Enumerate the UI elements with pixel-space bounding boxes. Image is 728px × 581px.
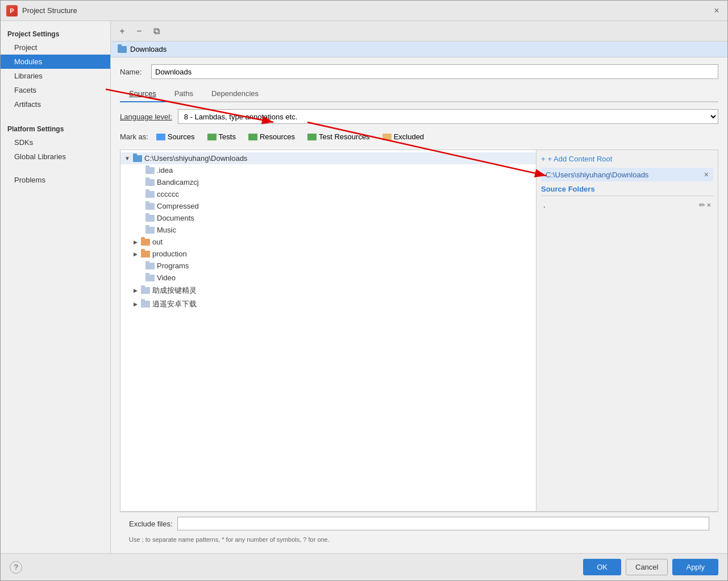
remove-source-folder-button[interactable]: × xyxy=(706,201,711,209)
tree-folder-icon xyxy=(141,287,150,294)
tree-item-label: 助成按键精灵 xyxy=(152,285,197,296)
tree-item[interactable]: Video xyxy=(120,272,536,284)
sidebar-item-global-libraries[interactable]: Global Libraries xyxy=(1,150,110,164)
help-button[interactable]: ? xyxy=(10,561,22,574)
tabs-row: Sources Paths Dependencies xyxy=(120,86,718,102)
mark-as-row: Mark as: Sources Tests Resources xyxy=(120,131,718,143)
content-root-close-button[interactable]: × xyxy=(704,170,709,179)
mark-tests-button[interactable]: Tests xyxy=(203,131,240,143)
exclude-row: Exclude files: xyxy=(120,512,718,535)
tree-folder-icon xyxy=(145,215,155,222)
mark-excluded-label: Excluded xyxy=(394,132,424,141)
add-content-root-button[interactable]: + + Add Content Root xyxy=(541,155,713,163)
sidebar-item-modules[interactable]: Modules xyxy=(1,55,110,69)
tree-item[interactable]: Music xyxy=(120,224,536,236)
mark-resources-label: Resources xyxy=(260,132,295,141)
exclude-hint: Use ; to separate name patterns, * for a… xyxy=(120,535,718,546)
sidebar-item-artifacts[interactable]: Artifacts xyxy=(1,97,110,111)
tree-item[interactable]: Compressed xyxy=(120,200,536,212)
sidebar-item-sdks[interactable]: SDKs xyxy=(1,135,110,150)
exclude-input[interactable] xyxy=(177,517,709,530)
tree-toggle-empty xyxy=(136,167,143,174)
tree-item[interactable]: Bandicamzcj xyxy=(120,176,536,188)
tree-toggle[interactable]: ▶ xyxy=(132,239,139,246)
name-label: Name: xyxy=(120,68,145,76)
content-root-path: C:\Users\shiyuhang\Downloads xyxy=(546,171,648,179)
add-content-root-label: + Add Content Root xyxy=(548,155,613,163)
info-panel: + + Add Content Root C:\Users\shiyuhang\… xyxy=(536,150,718,512)
tree-root-item[interactable]: ▼ C:\Users\shiyuhang\Downloads xyxy=(120,152,536,164)
sidebar-item-project[interactable]: Project xyxy=(1,40,110,55)
cancel-button[interactable]: Cancel xyxy=(626,559,668,575)
name-input[interactable] xyxy=(151,64,718,79)
tree-item[interactable]: .idea xyxy=(120,164,536,176)
project-settings-section: Project Settings xyxy=(1,26,110,40)
tree-folder-icon xyxy=(145,203,155,210)
tree-item-label: Programs xyxy=(157,262,189,270)
tree-toggle[interactable]: ▶ xyxy=(132,301,139,308)
tree-folder-icon xyxy=(141,301,150,308)
remove-module-button[interactable]: − xyxy=(132,24,146,38)
language-level-select[interactable]: 8 - Lambdas, type annotations etc. xyxy=(178,109,718,124)
sources-mark-icon xyxy=(156,134,165,140)
tree-item[interactable]: ▶ production xyxy=(120,248,536,260)
test-resources-mark-icon xyxy=(307,134,317,140)
tree-toggle-empty xyxy=(136,191,143,198)
module-list: Downloads xyxy=(111,42,727,57)
tree-item-label: production xyxy=(152,250,187,258)
tree-root-folder-icon xyxy=(133,155,142,162)
titlebar-title: Project Structure xyxy=(22,6,77,15)
titlebar-left: P Project Structure xyxy=(6,5,77,16)
tab-sources-label: Sources xyxy=(129,89,156,98)
right-panel: + − ⧉ Downloads Name: xyxy=(111,21,727,553)
tree-toggle[interactable]: ▶ xyxy=(132,287,139,294)
close-button[interactable]: × xyxy=(712,6,722,16)
tree-item[interactable]: ▶ out xyxy=(120,236,536,248)
copy-module-button[interactable]: ⧉ xyxy=(149,24,163,38)
tree-item[interactable]: cccccc xyxy=(120,188,536,200)
tree-folder-icon xyxy=(145,263,155,269)
ok-button[interactable]: OK xyxy=(583,559,621,575)
module-list-item[interactable]: Downloads xyxy=(111,42,727,57)
main-body: Project Settings Project Modules Librari… xyxy=(1,21,727,553)
source-folder-dot: . xyxy=(543,201,546,209)
tree-item[interactable]: Documents xyxy=(120,212,536,224)
split-content: ▼ C:\Users\shiyuhang\Downloads .idea xyxy=(120,150,718,512)
source-folders-divider xyxy=(541,196,713,196)
tree-toggle-empty xyxy=(136,275,143,281)
tree-item[interactable]: Programs xyxy=(120,260,536,272)
sidebar: Project Settings Project Modules Librari… xyxy=(1,21,111,553)
mark-sources-button[interactable]: Sources xyxy=(152,131,199,143)
tree-toggle-empty xyxy=(136,227,143,234)
file-tree[interactable]: ▼ C:\Users\shiyuhang\Downloads .idea xyxy=(120,150,536,512)
tree-item[interactable]: ▶ 逍遥安卓下载 xyxy=(120,297,536,311)
mark-tests-label: Tests xyxy=(219,132,236,141)
tree-folder-icon xyxy=(145,191,155,198)
tree-root-toggle[interactable]: ▼ xyxy=(124,155,131,162)
tab-paths-label: Paths xyxy=(174,89,193,98)
sidebar-item-problems[interactable]: Problems xyxy=(1,173,110,187)
tab-paths[interactable]: Paths xyxy=(165,86,202,102)
tree-item-label: out xyxy=(152,238,163,246)
mark-resources-button[interactable]: Resources xyxy=(244,131,299,143)
tab-sources[interactable]: Sources xyxy=(120,86,165,102)
apply-button[interactable]: Apply xyxy=(672,559,718,575)
mark-test-resources-label: Test Resources xyxy=(319,132,370,141)
tab-dependencies[interactable]: Dependencies xyxy=(202,86,268,102)
tree-toggle[interactable]: ▶ xyxy=(132,251,139,258)
app-icon: P xyxy=(6,5,18,16)
sidebar-item-libraries[interactable]: Libraries xyxy=(1,69,110,83)
source-folder-row: . ✏ × xyxy=(541,200,713,210)
content-root-item: C:\Users\shiyuhang\Downloads × xyxy=(541,168,713,181)
sidebar-item-facets[interactable]: Facets xyxy=(1,83,110,97)
tree-toggle-empty xyxy=(136,215,143,222)
add-icon: + xyxy=(541,155,546,163)
tree-root-label: C:\Users\shiyuhang\Downloads xyxy=(144,154,247,163)
tree-item-label: Compressed xyxy=(157,202,199,210)
mark-test-resources-button[interactable]: Test Resources xyxy=(303,131,375,143)
mark-as-label: Mark as: xyxy=(120,132,148,141)
tree-item[interactable]: ▶ 助成按键精灵 xyxy=(120,284,536,297)
edit-source-folder-button[interactable]: ✏ xyxy=(699,201,705,209)
add-module-button[interactable]: + xyxy=(115,24,129,38)
mark-excluded-button[interactable]: Excluded xyxy=(378,131,429,143)
